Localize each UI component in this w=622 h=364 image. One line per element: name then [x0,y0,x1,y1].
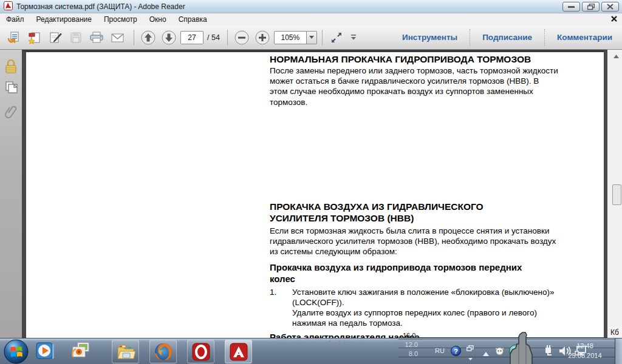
chevron-down-icon[interactable] [468,352,473,363]
zoom-out-button[interactable] [233,29,251,47]
tab-sign[interactable]: Подписание [479,33,536,42]
minimize-button[interactable] [562,2,580,12]
close-button[interactable] [601,2,619,12]
sign-button[interactable] [46,29,64,47]
show-hidden-icons-button[interactable] [483,348,489,359]
menu-window[interactable]: Окно [143,13,173,25]
fit-page-button[interactable] [327,29,346,47]
step1-text: Установите ключ зажигания в положение «б… [292,287,554,308]
taskbar: 12.0 8.0 [0,338,622,364]
vertical-scrollbar[interactable] [604,50,622,338]
zoom-dropdown-button[interactable] [307,31,317,44]
toolbar-overflow-chevron-icon[interactable] [348,29,359,47]
glass-chart-tick: 12.0 [398,341,418,348]
toolbar-separator [322,30,323,46]
tray-clock[interactable]: 12:48 25.08.2014 [565,341,605,360]
create-pdf-button[interactable] [26,29,44,47]
security-lock-icon[interactable] [4,58,18,78]
glass-chart-gridline [398,339,616,340]
email-button[interactable] [108,29,126,47]
pdf-page[interactable]: НОРМАЛЬНАЯ ПРОКАЧКА ГИДРОПРИВОДА ТОРМОЗО… [22,50,606,338]
section2-paragraph: Если вся тормозная жидкость была слита в… [270,226,556,257]
next-page-button[interactable] [160,29,178,47]
glass-chart-tick: 8.0 [398,350,418,357]
section1-paragraph: После замены переднего или заднего тормо… [270,66,558,107]
print-button[interactable] [87,29,106,47]
clock-date: 25.08.2014 [565,351,605,360]
tray-app-icon[interactable] [494,346,505,358]
toolbar-separator [134,30,134,46]
page-total-label: / 54 [207,33,220,42]
cursor-artifact [509,331,542,364]
language-indicator[interactable]: RU [435,347,445,354]
toolbar: / 54 105% Инструменты Подписание Коммент… [0,25,622,50]
tab-tools[interactable]: Инструменты [398,33,461,42]
help-tray-icon[interactable]: ? [451,346,461,356]
opera-taskbar-button[interactable] [187,340,214,363]
toolbar-separator [227,30,228,46]
scrollbar-thumb[interactable] [612,184,621,205]
tab-separator [544,29,545,46]
media-player-icon[interactable] [35,342,55,364]
section1-heading: НОРМАЛЬНАЯ ПРОКАЧКА ГИДРОПРИВОДА ТОРМОЗО… [270,53,558,65]
section2-heading: ПРОКАЧКА ВОЗДУХА ИЗ ГИДРАВЛИЧЕСКОГОУСИЛИ… [270,201,556,224]
restore-button[interactable] [582,2,600,12]
clipped-text-fragment: Кб [609,326,622,338]
adobe-reader-taskbar-button[interactable] [225,340,252,363]
open-file-button[interactable] [5,29,23,47]
safely-remove-tray-icon[interactable] [542,345,556,359]
page-number-input[interactable] [180,31,203,44]
menu-bar: Файл Редактирование Просмотр Окно Справк… [0,13,622,25]
attachments-paperclip-icon[interactable] [4,103,18,124]
subsection-heading: Прокачка воздуха из гидропривода тормозо… [270,261,556,285]
menu-edit[interactable]: Редактирование [30,13,98,25]
menu-file[interactable]: Файл [0,13,30,25]
step1-text-continued: Удалите воздух из суппортов передних кол… [292,308,554,328]
close-document-icon[interactable] [611,15,617,24]
previous-page-button[interactable] [139,29,157,47]
save-button[interactable] [67,29,85,47]
zoom-in-button[interactable] [253,29,272,47]
adobe-pdf-icon [4,1,13,12]
zoom-level-value[interactable]: 105% [274,31,307,44]
photo-viewer-icon[interactable] [70,342,91,364]
tab-comments[interactable]: Комментарии [553,33,616,42]
show-desktop-button[interactable] [615,339,622,364]
clock-time: 12:48 [565,341,605,351]
scroll-up-icon[interactable] [612,52,620,60]
explorer-taskbar-button[interactable] [112,340,139,363]
window-title: Тормозная система.pdf (ЗАЩИТА) - Adobe R… [16,2,185,11]
start-button[interactable] [4,339,29,364]
step-number: 1. [270,287,292,329]
menu-view[interactable]: Просмотр [98,13,143,25]
firefox-taskbar-button[interactable] [149,340,177,363]
menu-help[interactable]: Справка [173,13,213,25]
tab-separator [470,29,470,46]
window-titlebar: Тормозная система.pdf (ЗАЩИТА) - Adobe R… [0,0,622,13]
page-thumbnails-icon[interactable] [4,80,18,98]
navigation-rail [0,50,22,338]
